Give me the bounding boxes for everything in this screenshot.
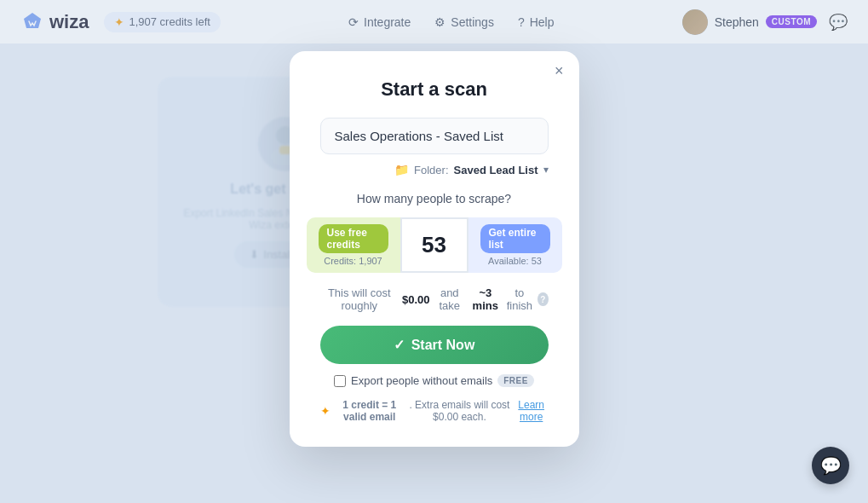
- use-free-credits-option[interactable]: Use free credits Credits: 1,907: [307, 217, 400, 273]
- export-row: Export people without emails FREE: [320, 374, 549, 387]
- get-entire-list-option[interactable]: Get entire list Available: 53: [468, 217, 562, 273]
- scan-modal: × Start a scan 📁 Folder: Saved Lead List…: [290, 51, 579, 447]
- scrape-options: Use free credits Credits: 1,907 53 Get e…: [320, 217, 549, 273]
- cost-amount: $0.00: [402, 293, 430, 306]
- free-tag: FREE: [497, 374, 534, 387]
- modal-overlay: × Start a scan 📁 Folder: Saved Lead List…: [0, 0, 868, 503]
- start-now-button[interactable]: ✓ Start Now: [320, 326, 549, 364]
- free-credits-sub: Credits: 1,907: [324, 256, 382, 266]
- credit-info: ✦ 1 credit = 1 valid email . Extra email…: [320, 399, 549, 423]
- free-credits-label: Use free credits: [319, 224, 388, 253]
- chat-bubble-button[interactable]: 💬: [812, 447, 849, 484]
- credit-info-main: 1 credit = 1 valid email: [335, 399, 405, 423]
- credit-icon: ✦: [320, 404, 331, 418]
- folder-icon: 📁: [394, 163, 409, 176]
- entire-list-label: Get entire list: [480, 224, 550, 253]
- folder-name: Saved Lead List: [454, 164, 538, 176]
- folder-label: Folder:: [414, 164, 448, 176]
- cost-info: This will cost roughly $0.00 and take ~3…: [320, 286, 549, 312]
- learn-more-link[interactable]: Learn more: [514, 399, 549, 423]
- export-checkbox[interactable]: [334, 375, 346, 387]
- folder-row: 📁 Folder: Saved Lead List ▾: [320, 163, 549, 176]
- modal-close-button[interactable]: ×: [555, 63, 564, 78]
- how-many-label: How many people to scrape?: [320, 192, 549, 205]
- checkmark-icon: ✓: [394, 337, 405, 353]
- entire-list-sub: Available: 53: [488, 256, 542, 266]
- credit-info-extra: . Extra emails will cost $0.00 each.: [409, 399, 510, 423]
- cost-help-icon[interactable]: ?: [537, 292, 548, 306]
- list-name-input[interactable]: [320, 118, 549, 154]
- cost-time: ~3 mins: [469, 286, 502, 312]
- folder-chevron-icon[interactable]: ▾: [543, 164, 549, 176]
- export-label: Export people without emails: [351, 374, 492, 387]
- chat-bubble-icon: 💬: [820, 455, 842, 476]
- modal-title: Start a scan: [320, 78, 549, 101]
- count-display: 53: [400, 217, 468, 273]
